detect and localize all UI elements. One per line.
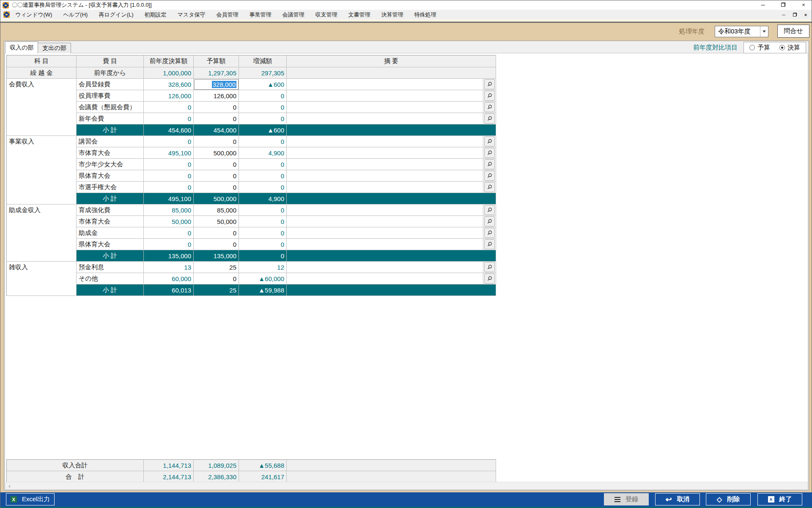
budget-amount-cell[interactable]: 50,000 bbox=[194, 216, 239, 227]
budget-amount-cell[interactable]: 500,000 bbox=[194, 147, 239, 159]
remark-cell[interactable] bbox=[287, 227, 483, 239]
delete-button[interactable]: ◇ 削除 bbox=[706, 493, 751, 505]
budget-amount-cell[interactable]: 0 bbox=[194, 170, 239, 182]
search-button[interactable] bbox=[484, 239, 495, 249]
search-button[interactable] bbox=[484, 159, 495, 169]
menu-meeting-mgmt[interactable]: 会議管理 bbox=[277, 11, 310, 19]
mdi-close-button[interactable]: × bbox=[803, 10, 808, 19]
header-item: 費 目 bbox=[77, 55, 144, 67]
menu-document-mgmt[interactable]: 文書管理 bbox=[343, 11, 376, 19]
menu-special[interactable]: 特殊処理 bbox=[409, 11, 442, 19]
tab-income[interactable]: 収入の部 bbox=[5, 41, 38, 53]
radio-option-budget[interactable]: 予算 bbox=[749, 44, 770, 52]
subtotal-diff: 0 bbox=[239, 250, 287, 262]
minimize-button[interactable]: ─ bbox=[759, 0, 767, 10]
prev-amount-cell: 0 bbox=[144, 227, 194, 239]
budget-amount-cell[interactable]: 0 bbox=[194, 136, 239, 147]
menu-help[interactable]: ヘルプ(H) bbox=[58, 11, 93, 19]
search-button[interactable] bbox=[484, 148, 495, 158]
remark-cell[interactable] bbox=[287, 102, 483, 113]
menu-window[interactable]: ウィンドウ(W) bbox=[10, 11, 58, 19]
grand-total-budget: 2,386,330 bbox=[194, 471, 239, 483]
search-button[interactable] bbox=[484, 228, 495, 238]
search-button[interactable] bbox=[484, 205, 495, 215]
magnifier-cell bbox=[483, 90, 496, 102]
budget-amount-cell[interactable]: 0 bbox=[194, 182, 239, 193]
budget-amount-cell[interactable]: 126,000 bbox=[194, 90, 239, 102]
tab-expense[interactable]: 支出の部 bbox=[38, 43, 71, 53]
search-button[interactable] bbox=[484, 262, 495, 272]
menu-member-mgmt[interactable]: 会員管理 bbox=[211, 11, 244, 19]
mdi-restore-button[interactable] bbox=[792, 10, 797, 19]
remark-cell[interactable] bbox=[287, 159, 483, 170]
budget-table: 科 目 費 目 前年度決算額 予算額 増減額 摘 要 繰 越 金 前年度から 1… bbox=[6, 55, 496, 296]
menu-settlement-mgmt[interactable]: 決算管理 bbox=[376, 11, 409, 19]
remark-cell[interactable] bbox=[287, 204, 483, 216]
income-total-diff: ▲55,688 bbox=[239, 460, 287, 471]
search-button[interactable] bbox=[484, 273, 495, 284]
remark-cell[interactable] bbox=[287, 136, 483, 147]
budget-amount-cell[interactable]: 0 bbox=[194, 113, 239, 124]
remark-cell[interactable] bbox=[287, 147, 483, 159]
inquiry-button[interactable]: 問合せ bbox=[777, 25, 809, 38]
subtotal-diff: ▲59,988 bbox=[239, 284, 287, 296]
mdi-child-icon[interactable] bbox=[3, 11, 10, 18]
subtotal-prev: 135,000 bbox=[144, 250, 194, 262]
restore-button[interactable] bbox=[779, 0, 787, 10]
menu-finance-mgmt[interactable]: 収支管理 bbox=[310, 11, 343, 19]
remark-cell[interactable] bbox=[287, 239, 483, 250]
remark-cell[interactable] bbox=[287, 273, 483, 284]
budget-amount-cell[interactable]: 0 bbox=[194, 102, 239, 113]
radio-option-settlement[interactable]: 決算 bbox=[779, 44, 800, 52]
diff-amount-cell: 0 bbox=[239, 182, 287, 193]
budget-amount-cell[interactable]: 0 bbox=[194, 273, 239, 284]
remark-cell[interactable] bbox=[287, 262, 483, 273]
processing-year-label: 処理年度 bbox=[679, 28, 705, 36]
section-subject: 会費収入 bbox=[7, 79, 77, 136]
search-button[interactable] bbox=[484, 171, 495, 181]
remark-cell[interactable] bbox=[287, 113, 483, 124]
remark-cell[interactable] bbox=[287, 90, 483, 102]
mdi-restore-icon bbox=[793, 13, 797, 17]
budget-amount-cell[interactable]: 0 bbox=[194, 159, 239, 170]
menu-relogin[interactable]: 再ログイン(L) bbox=[93, 11, 139, 19]
search-button[interactable] bbox=[484, 136, 495, 146]
magnifier-icon bbox=[487, 207, 493, 213]
exit-button[interactable]: × 終了 bbox=[757, 493, 802, 505]
magnifier-icon bbox=[487, 93, 493, 99]
budget-amount-cell[interactable]: 0 bbox=[194, 239, 239, 250]
excel-export-button[interactable]: X Excel出力 bbox=[6, 493, 55, 505]
diff-amount-cell: 0 bbox=[239, 239, 287, 250]
magnifier-icon bbox=[487, 264, 493, 270]
processing-year-combobox[interactable]: 令和03年度 bbox=[715, 26, 768, 37]
combobox-dropdown-button[interactable] bbox=[760, 26, 768, 37]
close-button[interactable]: × bbox=[800, 0, 807, 10]
item-cell: 新年会費 bbox=[77, 113, 144, 124]
search-button[interactable] bbox=[484, 79, 495, 89]
budget-amount-cell[interactable]: 85,000 bbox=[194, 204, 239, 216]
cancel-button[interactable]: ↩ 取消 bbox=[655, 493, 700, 505]
menu-business-mgmt[interactable]: 事業管理 bbox=[244, 11, 277, 19]
remark-cell[interactable] bbox=[287, 182, 483, 193]
grand-total-remark bbox=[287, 471, 496, 483]
remark-cell[interactable] bbox=[287, 170, 483, 182]
menu-initial-settings[interactable]: 初期設定 bbox=[139, 11, 172, 19]
search-button[interactable] bbox=[484, 216, 495, 226]
search-button[interactable] bbox=[484, 113, 495, 124]
horizontal-scrollbar[interactable]: ‹ bbox=[5, 482, 808, 489]
scroll-left-icon[interactable]: ‹ bbox=[8, 482, 11, 489]
menu-master-maintenance[interactable]: マスタ保守 bbox=[172, 11, 211, 19]
search-button[interactable] bbox=[484, 182, 495, 192]
remark-cell[interactable] bbox=[287, 79, 483, 90]
magnifier-cell bbox=[483, 239, 496, 250]
budget-amount-cell[interactable]: 0 bbox=[194, 227, 239, 239]
budget-amount-cell[interactable]: 25 bbox=[194, 262, 239, 273]
search-button[interactable] bbox=[484, 91, 495, 101]
prev-amount-cell: 0 bbox=[144, 159, 194, 170]
mdi-minimize-button[interactable]: ─ bbox=[781, 10, 786, 19]
subtotal-remark bbox=[287, 124, 496, 136]
magnifier-icon bbox=[487, 184, 493, 190]
search-button[interactable] bbox=[484, 102, 495, 112]
budget-amount-cell-selected[interactable]: 328,000 bbox=[194, 79, 239, 90]
remark-cell[interactable] bbox=[287, 216, 483, 227]
